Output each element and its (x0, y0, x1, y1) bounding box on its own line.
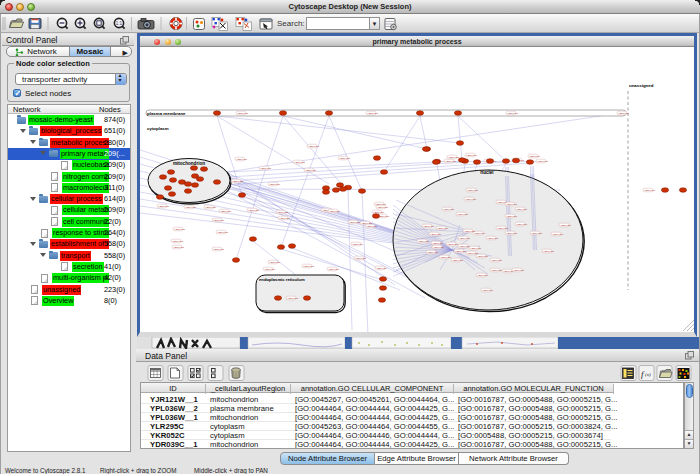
svg-text:YBR045C: YBR045C (531, 232, 542, 235)
svg-text:YBR045C: YBR045C (158, 205, 169, 208)
svg-text:YBR045C: YBR045C (491, 259, 502, 262)
svg-text:YBR045C: YBR045C (427, 251, 438, 254)
svg-text:YBR045C: YBR045C (269, 183, 280, 186)
svg-text:YBR045C: YBR045C (482, 289, 493, 292)
svg-text:YBR045C: YBR045C (516, 223, 527, 226)
svg-text:YBR045C: YBR045C (279, 217, 290, 220)
svg-text:YBR045C: YBR045C (328, 268, 339, 271)
svg-text:YBR045C: YBR045C (269, 261, 280, 264)
svg-text:YBR045C: YBR045C (185, 206, 196, 209)
svg-text:YBR045C: YBR045C (516, 208, 527, 211)
svg-text:YBR045C: YBR045C (287, 297, 298, 300)
svg-text:YBR045C: YBR045C (552, 233, 563, 236)
svg-text:YBR045C: YBR045C (497, 227, 508, 230)
svg-text:YBR045C: YBR045C (423, 225, 434, 228)
svg-text:YBR045C: YBR045C (448, 156, 459, 159)
svg-text:1:1: 1:1 (116, 21, 123, 26)
svg-text:YBR045C: YBR045C (457, 213, 468, 216)
svg-text:YBR045C: YBR045C (618, 112, 629, 115)
svg-text:YBR045C: YBR045C (467, 189, 478, 192)
svg-text:YBR045C: YBR045C (445, 160, 456, 163)
svg-text:YBR045C: YBR045C (529, 155, 540, 158)
svg-text:YBR045C: YBR045C (491, 269, 502, 272)
svg-text:YBR045C: YBR045C (506, 203, 517, 206)
svg-text:YBR045C: YBR045C (352, 243, 363, 246)
svg-text:YBR045C: YBR045C (474, 232, 485, 235)
svg-text:YBR045C: YBR045C (376, 267, 387, 270)
svg-text:YBR045C: YBR045C (220, 210, 231, 213)
svg-text:YBR045C: YBR045C (477, 255, 488, 258)
svg-text:YBR045C: YBR045C (470, 247, 481, 250)
svg-text:YBR045C: YBR045C (433, 246, 444, 249)
svg-text:YBR045C: YBR045C (205, 206, 216, 209)
svg-text:YBR045C: YBR045C (513, 269, 524, 272)
svg-text:mitochondrion: mitochondrion (173, 161, 205, 166)
svg-text:YBR045C: YBR045C (447, 243, 458, 246)
svg-text:YBR045C: YBR045C (367, 112, 378, 115)
svg-text:YBR045C: YBR045C (264, 268, 275, 271)
svg-text:YBR045C: YBR045C (459, 245, 470, 248)
svg-text:YBR045C: YBR045C (537, 160, 548, 163)
svg-text:YBR045C: YBR045C (418, 240, 429, 243)
svg-text:YBR045C: YBR045C (466, 154, 477, 157)
svg-text:YBR045C: YBR045C (455, 250, 466, 253)
svg-text:nuclei: nuclei (480, 170, 493, 175)
svg-text:YBR045C: YBR045C (277, 211, 288, 214)
svg-text:YBR045C: YBR045C (437, 227, 448, 230)
svg-text:YBR045C: YBR045C (236, 158, 247, 161)
svg-text:YBR045C: YBR045C (477, 274, 488, 277)
svg-text:YBR045C: YBR045C (452, 259, 463, 262)
svg-text:YBR045C: YBR045C (506, 232, 517, 235)
svg-text:YBR045C: YBR045C (339, 157, 350, 160)
svg-text:YBR045C: YBR045C (308, 145, 319, 148)
svg-text:YBR045C: YBR045C (329, 210, 340, 213)
svg-text:plasma membrane: plasma membrane (147, 111, 186, 116)
svg-text:YBR045C: YBR045C (443, 208, 454, 211)
svg-text:YBR045C: YBR045C (440, 256, 451, 259)
svg-text:(x): (x) (645, 372, 651, 377)
svg-text:YBR045C: YBR045C (506, 215, 517, 218)
svg-text:YBR045C: YBR045C (432, 242, 443, 245)
svg-text:YBR045C: YBR045C (303, 265, 314, 268)
svg-text:YBR045C: YBR045C (260, 167, 271, 170)
svg-text:YBR045C: YBR045C (507, 112, 518, 115)
svg-text:YBR045C: YBR045C (487, 237, 498, 240)
svg-text:YBR045C: YBR045C (173, 246, 184, 249)
svg-text:YBR045C: YBR045C (464, 230, 475, 233)
svg-text:YBR045C: YBR045C (217, 231, 228, 234)
svg-text:YBR045C: YBR045C (248, 209, 259, 212)
svg-text:YBR045C: YBR045C (174, 228, 185, 231)
svg-text:YBR045C: YBR045C (543, 250, 554, 253)
svg-text:YBR045C: YBR045C (232, 180, 243, 183)
svg-text:YBR045C: YBR045C (305, 169, 316, 172)
svg-text:YBR045C: YBR045C (172, 240, 183, 243)
svg-text:YBR045C: YBR045C (459, 237, 470, 240)
svg-text:YBR045C: YBR045C (366, 225, 377, 228)
svg-text:YBR045C: YBR045C (237, 112, 248, 115)
svg-text:YBR045C: YBR045C (349, 221, 360, 224)
svg-text:YBR045C: YBR045C (213, 248, 224, 251)
svg-text:unassigned: unassigned (629, 83, 654, 88)
svg-text:YBR045C: YBR045C (355, 257, 366, 260)
svg-text:YBR045C: YBR045C (377, 206, 388, 209)
svg-text:YBR045C: YBR045C (294, 161, 305, 164)
svg-text:YBR045C: YBR045C (213, 219, 224, 222)
svg-text:YBR045C: YBR045C (560, 224, 571, 227)
svg-text:endoplasmic reticulum: endoplasmic reticulum (259, 277, 305, 282)
svg-text:YBR045C: YBR045C (430, 233, 441, 236)
svg-text:YBR045C: YBR045C (644, 189, 655, 192)
svg-text:cytoplasm: cytoplasm (147, 126, 169, 131)
svg-text:YBR045C: YBR045C (465, 198, 476, 201)
